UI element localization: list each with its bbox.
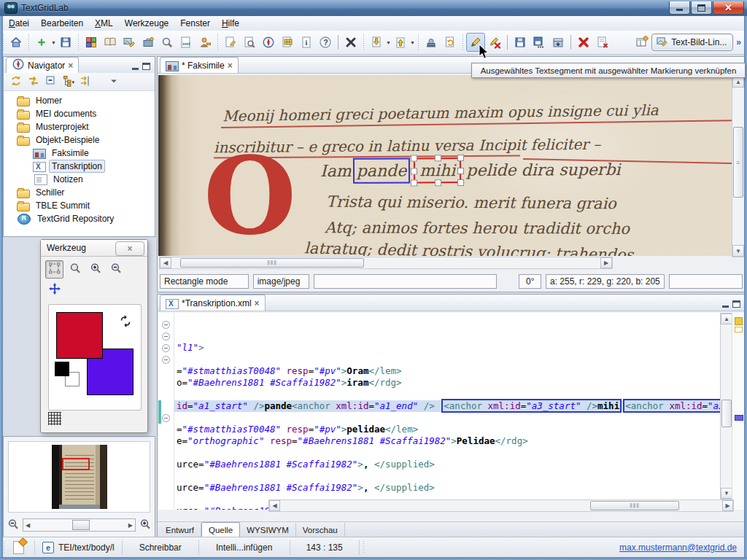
- editor-minimize-button[interactable]: [722, 306, 729, 308]
- scroll-right-icon[interactable]: ▶: [600, 257, 612, 268]
- navigator-tab-close-icon[interactable]: ×: [68, 62, 73, 69]
- tree-item-musterprojekt[interactable]: Musterprojekt: [4, 120, 155, 133]
- resize-handle[interactable]: [435, 179, 441, 186]
- faksimile-tab[interactable]: * Faksimile ×: [160, 57, 239, 73]
- zoom-slider-track[interactable]: ◀ ▶: [23, 518, 136, 532]
- menu-werkzeuge[interactable]: Werkzeuge: [119, 17, 174, 30]
- resize-handle[interactable]: [457, 168, 464, 174]
- import-dropdown-icon[interactable]: ▼: [386, 40, 391, 45]
- tree-item-schiller[interactable]: Schiller: [4, 186, 155, 199]
- tree-item-textgrid-repository[interactable]: TextGrid Repository: [4, 212, 155, 225]
- tree-item-objekt-beispiele[interactable]: Objekt-Beispiele: [4, 133, 155, 147]
- tree-item-tble-summit[interactable]: TBLE Summit: [4, 199, 155, 212]
- editor-scroll-up-icon[interactable]: ▲: [721, 314, 732, 324]
- slider-left-arrow-icon[interactable]: ◀: [23, 522, 32, 529]
- project-button[interactable]: [139, 33, 158, 52]
- code-line-selected[interactable]: id="a1_start" />pande<anchor xml:id="a1_…: [174, 400, 720, 412]
- zoom-out-icon[interactable]: [7, 518, 20, 533]
- code-line[interactable]: o="#Baehrens1881 #Scaffai1982">iram</rdg…: [174, 377, 720, 389]
- editor-horizontal-scrollbar[interactable]: ◀ ⦀⦀⦀ ▶: [268, 499, 734, 512]
- minimize-button[interactable]: [669, 1, 690, 15]
- editor-hscroll-thumb[interactable]: ⦀⦀⦀: [590, 501, 679, 510]
- code-line[interactable]: [174, 412, 720, 424]
- editor-mode-tab-wysiwym[interactable]: WYSIWYM: [240, 523, 296, 537]
- tree-item-notizen[interactable]: Notizen: [4, 173, 155, 186]
- navigator-tab[interactable]: Navigator ×: [6, 57, 79, 73]
- revert-button[interactable]: [441, 33, 460, 52]
- page-thumbnail[interactable]: [52, 445, 107, 509]
- code-line[interactable]: "l1">: [174, 342, 720, 354]
- editor-mode-tab-entwurf[interactable]: Entwurf: [159, 523, 201, 537]
- move-tool-button[interactable]: [45, 281, 63, 299]
- close-x-button[interactable]: [341, 33, 360, 52]
- code-line[interactable]: [174, 470, 720, 482]
- magnifier-tool-button[interactable]: [66, 260, 84, 279]
- source-editor[interactable]: "l1">="#stmatthiasT0048" resp="#pv">Oram…: [158, 313, 720, 510]
- swap-colors-icon[interactable]: [119, 315, 132, 330]
- code-line[interactable]: urce="#Baehrens1881 #Scaffai1982">, </su…: [174, 482, 720, 494]
- code-line[interactable]: [174, 354, 720, 365]
- object-info-button[interactable]: i: [297, 33, 316, 52]
- annotation-mark-yellow[interactable]: [735, 317, 743, 325]
- editor-mode-tab-vorschau[interactable]: Vorschau: [296, 523, 345, 537]
- image-horizontal-scrollbar[interactable]: ◀ ⦀⦀⦀ ▶: [159, 257, 613, 269]
- faksimile-tab-close-icon[interactable]: ×: [228, 62, 233, 69]
- editor-vscroll-thumb[interactable]: [721, 400, 732, 427]
- xml-editor-button[interactable]: xml: [177, 33, 196, 52]
- code-line[interactable]: ="#stmatthiasT0048" resp="#pv">pelidae</…: [174, 424, 720, 435]
- editor-mode-tab-quelle[interactable]: Quelle: [201, 522, 240, 537]
- code-line[interactable]: [174, 330, 720, 342]
- transkription-tab[interactable]: *Transkription.xml ×: [160, 295, 266, 311]
- tree-item-transkription[interactable]: Transkription: [4, 160, 155, 173]
- fold-collapse-icon[interactable]: [162, 356, 170, 364]
- save-all-button[interactable]: [530, 33, 549, 52]
- werkzeug-close-button[interactable]: ×: [115, 241, 144, 256]
- resize-handle[interactable]: [457, 155, 464, 161]
- code-area[interactable]: "l1">="#stmatthiasT0048" resp="#pv">Oram…: [174, 313, 720, 510]
- fold-collapse-icon[interactable]: [162, 344, 170, 352]
- tree-layout-button[interactable]: ▾: [61, 74, 77, 89]
- tree-item-faksimile[interactable]: Faksimile: [4, 147, 155, 160]
- search-button[interactable]: [158, 33, 177, 52]
- red-selection-rect[interactable]: mihi: [414, 158, 461, 183]
- menu-xml[interactable]: XML: [89, 17, 119, 30]
- code-line[interactable]: [174, 319, 720, 330]
- editor-scroll-right-icon[interactable]: ▶: [722, 500, 733, 511]
- dictionary-button[interactable]: [101, 33, 120, 52]
- slider-right-arrow-icon[interactable]: ▶: [126, 522, 135, 529]
- image-link-button[interactable]: [120, 33, 139, 52]
- fold-collapse-icon[interactable]: [162, 321, 170, 329]
- restore-button[interactable]: [691, 1, 712, 15]
- blue-selection-rect[interactable]: pande: [357, 161, 407, 179]
- new-dropdown-icon[interactable]: ▼: [51, 40, 56, 45]
- save-button[interactable]: [56, 33, 75, 52]
- select-tool-button[interactable]: [45, 260, 63, 279]
- editor-maximize-button[interactable]: [732, 300, 740, 308]
- publish-button[interactable]: [422, 33, 441, 52]
- resize-handle[interactable]: [411, 155, 417, 161]
- resize-handle[interactable]: [411, 179, 417, 186]
- transkription-tab-close-icon[interactable]: ×: [255, 300, 260, 307]
- editor-scroll-down-icon[interactable]: ▼: [721, 488, 732, 499]
- fold-collapse-icon[interactable]: [162, 332, 170, 341]
- perspective-text-bild-link-button[interactable]: Text-Bild-Lin...: [651, 34, 733, 51]
- zoom-in-icon[interactable]: [139, 518, 152, 533]
- viewport-indicator[interactable]: [62, 458, 90, 470]
- foreground-color-swatch[interactable]: [56, 312, 103, 359]
- menu-fenster[interactable]: Fenster: [174, 17, 216, 30]
- image-vertical-scrollbar[interactable]: ▲ ≡ ▼: [732, 75, 745, 257]
- search-doc-button[interactable]: [240, 33, 259, 52]
- image-hscroll-thumb[interactable]: ⦀⦀⦀: [180, 258, 364, 268]
- resize-handle[interactable]: [435, 155, 441, 161]
- export-button[interactable]: [391, 33, 410, 52]
- modules-button[interactable]: [82, 33, 101, 52]
- view-menu-button[interactable]: [106, 74, 122, 89]
- export-dropdown-icon[interactable]: ▼: [410, 40, 415, 45]
- user-account-link[interactable]: max.mustermann@textgrid.de: [619, 542, 737, 553]
- open-perspective-button[interactable]: [632, 33, 651, 52]
- fold-collapse-icon[interactable]: [162, 414, 170, 422]
- tree-item-homer[interactable]: Homer: [4, 94, 155, 107]
- black-color-swatch[interactable]: [55, 362, 69, 376]
- archive-button[interactable]: [549, 33, 568, 52]
- navigator-button[interactable]: [259, 33, 278, 52]
